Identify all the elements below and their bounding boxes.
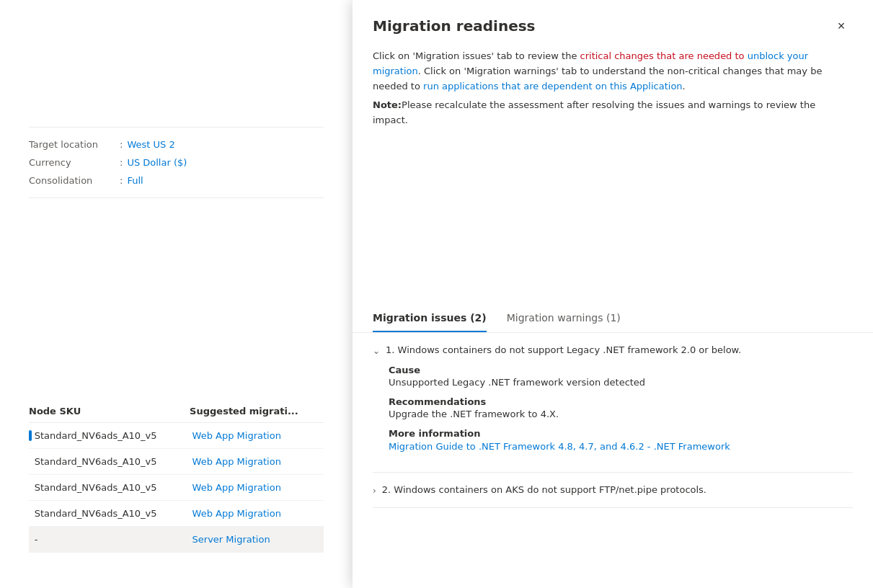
issue-1-title: 1. Windows containers do not support Leg… [386,344,741,355]
table-row-1[interactable]: Standard_NV6ads_A10_v5Web App Migration [29,449,324,475]
info-value-0: West US 2 [127,139,174,150]
row-sku-3: Standard_NV6ads_A10_v5 [35,508,192,519]
cause-label: Cause [389,365,853,375]
row-migration-4[interactable]: Server Migration [192,534,324,545]
tab-migration-warnings[interactable]: Migration warnings (1) [507,305,621,332]
issue-item-2: › 2. Windows containers on AKS do not su… [373,473,853,508]
tabs-container: Migration issues (2) Migration warnings … [353,305,873,333]
info-label-1: Currency [29,157,115,168]
chevron-down-icon: ⌄ [373,346,380,356]
info-sep-1: : [120,157,123,168]
row-sku-4: - [35,534,192,545]
desc-end: . [683,81,686,92]
panel-body-description: Click on 'Migration issues' tab to revie… [353,49,873,305]
table-row-2[interactable]: Standard_NV6ads_A10_v5Web App Migration [29,475,324,501]
col-header-sku: Node SKU [29,406,190,416]
desc-critical: critical changes that are needed to [580,50,748,61]
row-sku-0: Standard_NV6ads_A10_v5 [35,430,192,441]
row-sku-1: Standard_NV6ads_A10_v5 [35,456,192,467]
node-table: Node SKU Suggested migrati... Standard_N… [29,400,324,553]
issue-1-details: Cause Unsupported Legacy .NET framework … [373,365,853,452]
description-paragraph: Click on 'Migration issues' tab to revie… [373,49,853,94]
row-indicator-3 [29,508,32,519]
cause-value: Unsupported Legacy .NET framework versio… [389,377,853,388]
note-paragraph: Note:Please recalculate the assessment a… [373,98,853,128]
recommendations-label: Recommendations [389,396,853,407]
desc-link2: run applications that are dependent on t… [423,81,683,92]
row-sku-2: Standard_NV6ads_A10_v5 [35,482,192,493]
panel-header: Migration readiness × [353,0,873,49]
close-button[interactable]: × [830,14,853,37]
note-label: Note: [373,99,402,110]
chevron-right-icon: › [373,486,376,496]
row-migration-1[interactable]: Web App Migration [192,456,324,467]
migration-readiness-panel: Migration readiness × Click on 'Migratio… [353,0,873,588]
more-info-section: More information Migration Guide to .NET… [389,428,853,452]
info-label-2: Consolidation [29,175,115,186]
recommendations-value: Upgrade the .NET framework to 4.X. [389,409,853,419]
row-indicator-2 [29,482,32,493]
recommendations-section: Recommendations Upgrade the .NET framewo… [389,396,853,419]
row-indicator-0 [29,430,32,441]
issue-item-1: ⌄ 1. Windows containers do not support L… [373,333,853,473]
table-row-4[interactable]: -Server Migration [29,527,324,553]
row-indicator-4 [29,534,32,545]
cause-section: Cause Unsupported Legacy .NET framework … [389,365,853,388]
info-row-1: Currency : US Dollar ($) [29,157,324,168]
more-info-label: More information [389,428,853,439]
issue-1-header[interactable]: ⌄ 1. Windows containers do not support L… [373,344,853,356]
tab-migration-issues[interactable]: Migration issues (2) [373,305,487,332]
col-header-migration: Suggested migrati... [190,406,324,416]
table-row-3[interactable]: Standard_NV6ads_A10_v5Web App Migration [29,501,324,527]
info-value-1: US Dollar ($) [127,157,187,168]
row-indicator-1 [29,456,32,467]
info-sep-0: : [120,139,123,150]
desc-text-1: Click on 'Migration issues' tab to revie… [373,50,580,61]
table-header: Node SKU Suggested migrati... [29,400,324,423]
top-divider [29,127,324,128]
more-info-link[interactable]: Migration Guide to .NET Framework 4.8, 4… [389,441,730,452]
row-migration-3[interactable]: Web App Migration [192,508,324,519]
note-text: Please recalculate the assessment after … [373,99,815,125]
info-value-2: Full [127,175,143,186]
row-migration-2[interactable]: Web App Migration [192,482,324,493]
info-sep-2: : [120,175,123,186]
panel-title: Migration readiness [373,17,536,35]
issues-content-area: ⌄ 1. Windows containers do not support L… [353,333,873,589]
issue-2-title: 2. Windows containers on AKS do not supp… [382,484,706,495]
info-label-0: Target location [29,139,115,150]
issue-2-header[interactable]: › 2. Windows containers on AKS do not su… [373,484,853,496]
table-row-0[interactable]: Standard_NV6ads_A10_v5Web App Migration [29,423,324,449]
middle-divider [29,197,324,198]
left-panel: Target location : West US 2 Currency : U… [0,0,353,588]
info-row-0: Target location : West US 2 [29,139,324,150]
info-row-2: Consolidation : Full [29,175,324,186]
row-migration-0[interactable]: Web App Migration [192,430,324,441]
